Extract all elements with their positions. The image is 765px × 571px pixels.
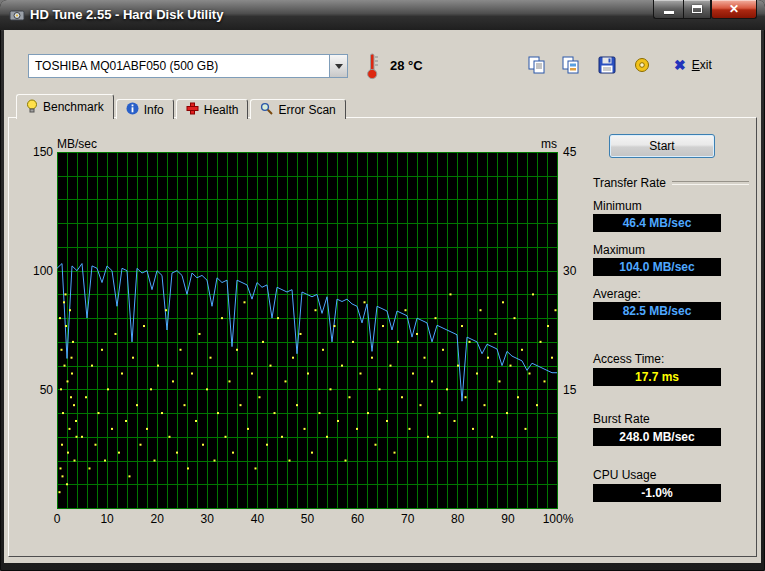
burst-rate-label: Burst Rate [593, 412, 650, 426]
window-controls: ✕ [653, 0, 757, 19]
average-label: Average: [593, 287, 641, 301]
burst-rate-value: 248.0 MB/sec [593, 428, 721, 446]
tick-label: 50 [40, 383, 53, 397]
tab-bar: Benchmark Info Health [16, 94, 348, 119]
tick-label: 60 [351, 512, 364, 526]
tick-label: 40 [251, 512, 264, 526]
cpu-usage-value: -1.0% [593, 484, 721, 502]
tab-info[interactable]: Info [116, 99, 174, 119]
minimize-icon [664, 11, 674, 14]
lightbulb-icon [26, 99, 38, 116]
tab-info-label: Info [144, 103, 164, 117]
magnifier-icon [260, 102, 273, 118]
tick-label: 90 [501, 512, 514, 526]
tab-health-label: Health [204, 103, 239, 117]
tick-label: 10 [100, 512, 113, 526]
access-time-value: 17.7 ms [593, 368, 721, 386]
drive-select[interactable]: TOSHIBA MQ01ABF050 (500 GB) [28, 54, 348, 78]
app-window: HD Tune 2.55 - Hard Disk Utility ✕ TOSHI… [0, 0, 765, 571]
drive-select-value: TOSHIBA MQ01ABF050 (500 GB) [29, 59, 329, 73]
exit-label: Exit [692, 58, 712, 72]
left-axis-ticks: 15010050 [20, 152, 53, 509]
copy-text-icon[interactable] [527, 55, 547, 75]
maximum-label: Maximum [593, 243, 645, 257]
app-icon [9, 7, 25, 26]
tab-benchmark-label: Benchmark [43, 100, 104, 114]
transfer-rate-title: Transfer Rate [593, 176, 666, 190]
exit-button[interactable]: ✖ Exit [674, 58, 712, 72]
tick-label: 80 [451, 512, 464, 526]
tick-label: 30 [563, 264, 576, 278]
start-button[interactable]: Start [609, 134, 715, 158]
titlebar[interactable]: HD Tune 2.55 - Hard Disk Utility ✕ [0, 0, 765, 30]
maximize-button[interactable] [683, 0, 711, 19]
tick-label: 100 [33, 264, 53, 278]
save-icon[interactable] [597, 55, 617, 75]
copy-image-icon[interactable] [561, 55, 581, 75]
tick-label: 150 [33, 145, 53, 159]
right-axis-ticks: 453015 [563, 152, 593, 509]
minimum-value: 46.4 MB/sec [593, 214, 721, 232]
minimum-label: Minimum [593, 199, 642, 213]
window-title: HD Tune 2.55 - Hard Disk Utility [30, 7, 223, 22]
close-button[interactable]: ✕ [711, 0, 757, 19]
tab-error-scan[interactable]: Error Scan [250, 99, 345, 119]
thermometer-icon [366, 52, 380, 83]
options-icon[interactable] [632, 55, 652, 75]
tick-label: 0 [54, 512, 61, 526]
right-axis-title: ms [527, 137, 557, 151]
temperature-value: 28 °C [390, 58, 423, 73]
exit-icon: ✖ [674, 58, 686, 72]
start-button-label: Start [649, 139, 674, 153]
average-value: 82.5 MB/sec [593, 302, 721, 320]
tick-label: 50 [301, 512, 314, 526]
tick-label: 15 [563, 383, 576, 397]
tab-health[interactable]: Health [176, 99, 249, 119]
chevron-down-icon [335, 64, 343, 69]
info-icon [126, 102, 139, 118]
tick-label: 30 [201, 512, 214, 526]
tick-label: 20 [151, 512, 164, 526]
benchmark-chart [57, 152, 558, 509]
tab-benchmark[interactable]: Benchmark [16, 94, 114, 119]
x-axis-ticks: 0102030405060708090100% [57, 512, 558, 526]
tab-error-scan-label: Error Scan [278, 103, 335, 117]
maximum-value: 104.0 MB/sec [593, 258, 721, 276]
tick-label: 100% [543, 512, 574, 526]
maximize-icon [692, 5, 702, 13]
tick-label: 45 [563, 145, 576, 159]
transfer-rate-section: Transfer Rate [593, 176, 749, 190]
minimize-button[interactable] [653, 0, 683, 19]
cpu-usage-label: CPU Usage [593, 468, 656, 482]
drive-select-dropdown-button[interactable] [329, 55, 347, 77]
health-cross-icon [186, 102, 199, 118]
access-time-label: Access Time: [593, 352, 664, 366]
tick-label: 70 [401, 512, 414, 526]
left-axis-title: MB/sec [57, 137, 97, 151]
close-icon: ✕ [729, 2, 739, 16]
